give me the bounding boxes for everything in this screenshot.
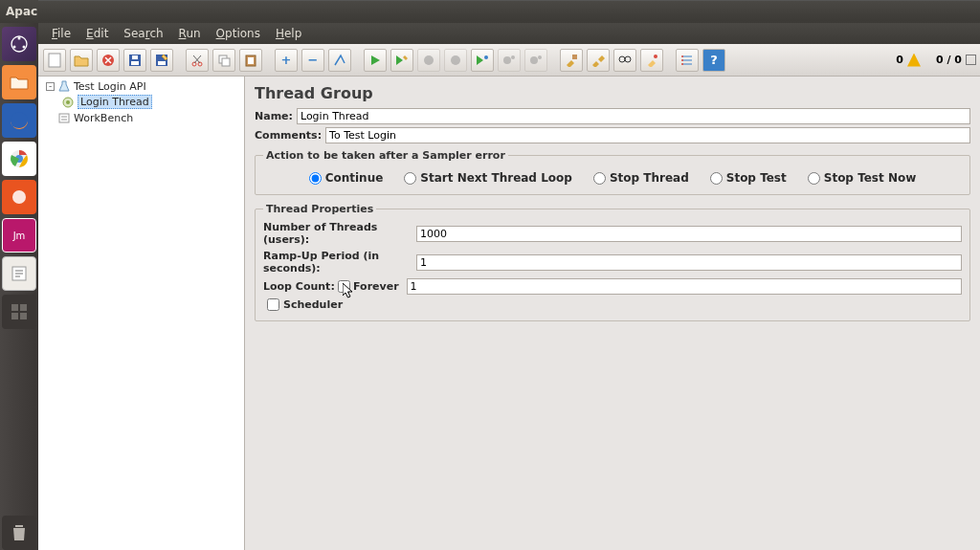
ramp-up-label: Ramp-Up Period (in seconds): xyxy=(263,250,416,275)
expand-button[interactable]: + xyxy=(275,49,298,72)
tree-thread-group[interactable]: Login Thread xyxy=(40,94,242,110)
radio-stop-test[interactable]: Stop Test xyxy=(710,171,787,185)
search-button[interactable] xyxy=(613,49,636,72)
svg-point-50 xyxy=(424,55,434,65)
svg-rect-70 xyxy=(59,114,69,122)
comments-input[interactable] xyxy=(325,127,970,143)
launcher-firefox[interactable] xyxy=(2,103,36,138)
clear-all-button[interactable] xyxy=(587,49,610,72)
svg-rect-38 xyxy=(131,61,139,65)
tree-workbench[interactable]: WorkBench xyxy=(40,110,242,125)
help-button[interactable]: ? xyxy=(702,49,725,72)
menubar: FFileile Edit Search Run Options Help xyxy=(38,23,980,44)
launcher-jmeter[interactable]: Jm xyxy=(2,218,36,253)
clear-button[interactable] xyxy=(560,49,583,72)
svg-point-19 xyxy=(13,46,16,49)
forever-checkbox[interactable]: Forever xyxy=(338,280,399,293)
comments-label: Comments: xyxy=(255,129,322,142)
run-no-pause-button[interactable] xyxy=(390,49,413,72)
svg-point-23 xyxy=(12,190,26,204)
scheduler-checkbox[interactable]: Scheduler xyxy=(267,298,962,311)
ramp-up-input[interactable] xyxy=(416,254,962,271)
launcher-trash[interactable] xyxy=(2,516,36,550)
workbench-icon xyxy=(57,111,71,124)
radio-stop-thread[interactable]: Stop Thread xyxy=(593,171,689,185)
svg-point-51 xyxy=(451,55,460,65)
svg-point-17 xyxy=(18,37,21,40)
launcher-files[interactable] xyxy=(2,65,36,99)
function-helper-button[interactable] xyxy=(676,49,699,72)
tree-test-plan[interactable]: - Test Login API xyxy=(40,78,242,94)
launcher-workspace[interactable] xyxy=(2,295,36,329)
svg-point-61 xyxy=(654,55,657,58)
cut-button[interactable] xyxy=(186,49,209,72)
svg-point-56 xyxy=(538,55,542,59)
menu-bar-row xyxy=(38,0,980,21)
paste-button[interactable] xyxy=(239,49,262,72)
shutdown-button xyxy=(444,49,467,72)
content-split: - Test Login API Login Thread WorkBench … xyxy=(38,77,980,550)
run-button[interactable] xyxy=(364,49,387,72)
reset-search-button[interactable] xyxy=(640,49,663,72)
status-threads: 0 / 0 xyxy=(936,54,962,66)
warning-icon xyxy=(907,54,921,67)
thread-properties-legend: Thread Properties xyxy=(263,203,376,215)
svg-point-54 xyxy=(511,55,515,59)
radio-stop-now[interactable]: Stop Test Now xyxy=(808,171,917,185)
launcher-app1[interactable] xyxy=(2,180,36,214)
svg-point-59 xyxy=(625,56,631,62)
tree-thread-label: Login Thread xyxy=(78,95,152,109)
svg-rect-47 xyxy=(222,58,230,66)
test-plan-tree[interactable]: - Test Login API Login Thread WorkBench xyxy=(38,77,245,550)
radio-start-next[interactable]: Start Next Thread Loop xyxy=(404,171,572,185)
collapse-button[interactable]: − xyxy=(301,49,324,72)
svg-point-53 xyxy=(503,56,511,64)
editor-panel: Thread Group Name: Comments: Action to b… xyxy=(245,77,980,550)
tree-root-label: Test Login API xyxy=(74,80,146,93)
radio-continue[interactable]: Continue xyxy=(309,171,384,185)
menu-search[interactable]: Search xyxy=(116,25,170,42)
menu-help[interactable]: Help xyxy=(268,25,309,42)
thread-properties-group: Thread Properties Number of Threads (use… xyxy=(255,203,970,321)
svg-rect-49 xyxy=(248,57,254,64)
remote-start-button[interactable] xyxy=(471,49,494,72)
svg-point-67 xyxy=(681,63,683,65)
unity-launcher: Jm xyxy=(0,23,38,550)
svg-rect-39 xyxy=(132,55,138,59)
svg-point-55 xyxy=(530,56,538,64)
open-button[interactable] xyxy=(70,49,93,72)
close-button[interactable] xyxy=(97,49,120,72)
jmeter-window: FFileile Edit Search Run Options Help + … xyxy=(38,23,980,550)
name-input[interactable] xyxy=(297,108,970,124)
svg-point-18 xyxy=(23,46,26,49)
menu-run[interactable]: Run xyxy=(171,25,209,42)
svg-point-66 xyxy=(681,59,683,61)
page-title: Thread Group xyxy=(255,84,970,102)
loop-count-input[interactable] xyxy=(407,278,962,295)
num-threads-label: Number of Threads (users): xyxy=(263,221,416,246)
svg-point-52 xyxy=(484,55,488,59)
menu-options[interactable]: Options xyxy=(209,25,268,42)
status-errors: 0 xyxy=(896,54,903,66)
svg-rect-32 xyxy=(15,525,23,527)
menu-edit[interactable]: Edit xyxy=(78,25,116,42)
remote-stop-button xyxy=(498,49,521,72)
launcher-chrome[interactable] xyxy=(2,142,36,176)
save-as-button[interactable] xyxy=(150,49,173,72)
loop-count-label: Loop Count: xyxy=(263,280,338,293)
toolbar: + − ? 0 0 / 0 xyxy=(38,44,980,77)
copy-button[interactable] xyxy=(212,49,235,72)
svg-point-65 xyxy=(681,55,683,57)
launcher-text-editor[interactable] xyxy=(2,256,36,291)
menu-file[interactable]: FFileile xyxy=(44,25,78,42)
thread-group-icon xyxy=(61,96,75,109)
svg-rect-29 xyxy=(20,304,27,311)
new-button[interactable] xyxy=(43,49,66,72)
num-threads-input[interactable] xyxy=(416,226,962,242)
launcher-dash[interactable] xyxy=(2,27,36,61)
toggle-button[interactable] xyxy=(328,49,351,72)
sampler-error-group: Action to be taken after a Sampler error… xyxy=(255,149,970,195)
save-button[interactable] xyxy=(123,49,146,72)
tree-toggle-icon[interactable]: - xyxy=(46,82,55,91)
svg-rect-31 xyxy=(20,313,27,319)
